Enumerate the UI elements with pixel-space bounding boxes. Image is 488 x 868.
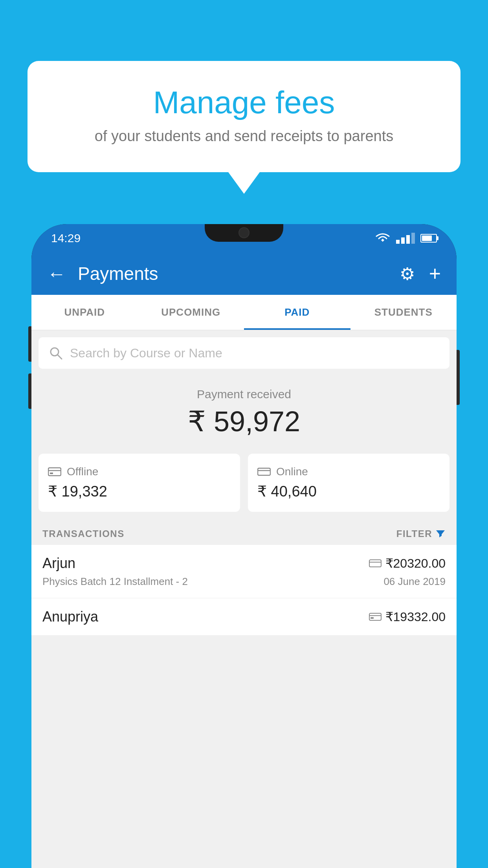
svg-rect-5 bbox=[258, 468, 270, 475]
transaction-detail: Physics Batch 12 Installment - 2 bbox=[42, 576, 188, 588]
transactions-label: TRANSACTIONS bbox=[42, 528, 125, 539]
transaction-name: Arjun bbox=[42, 555, 75, 572]
speech-bubble-subtitle: of your students and send receipts to pa… bbox=[59, 128, 429, 145]
online-label: Online bbox=[276, 465, 308, 478]
tab-upcoming[interactable]: UPCOMING bbox=[138, 295, 244, 330]
svg-rect-11 bbox=[371, 617, 374, 619]
search-placeholder[interactable]: Search by Course or Name bbox=[70, 346, 222, 360]
speech-bubble-container: Manage fees of your students and send re… bbox=[28, 61, 460, 194]
phone-camera bbox=[238, 227, 250, 238]
offline-payment-icon bbox=[48, 466, 61, 478]
battery-icon bbox=[420, 234, 437, 243]
transaction-item[interactable]: Arjun ₹20320.00 Physics Batch 12 Install… bbox=[31, 545, 457, 598]
phone-notch bbox=[205, 224, 283, 242]
svg-rect-4 bbox=[50, 473, 53, 474]
search-bar: Search by Course or Name bbox=[39, 337, 449, 369]
status-icons bbox=[375, 232, 437, 244]
offline-card-header: Offline bbox=[48, 465, 231, 478]
payment-received-label: Payment received bbox=[43, 388, 445, 401]
transaction-amount: ₹19332.00 bbox=[385, 609, 446, 624]
transactions-header: TRANSACTIONS FILTER bbox=[31, 520, 457, 545]
offline-transaction-icon bbox=[369, 612, 382, 622]
tab-students[interactable]: STUDENTS bbox=[350, 295, 457, 330]
speech-bubble: Manage fees of your students and send re… bbox=[28, 61, 460, 172]
payment-received-amount: ₹ 59,972 bbox=[43, 405, 445, 438]
transaction-name: Anupriya bbox=[42, 609, 98, 625]
online-payment-icon bbox=[257, 466, 271, 477]
offline-label: Offline bbox=[67, 465, 98, 478]
online-amount: ₹ 40,640 bbox=[257, 483, 440, 500]
status-time: 14:29 bbox=[51, 232, 81, 245]
settings-icon[interactable]: ⚙ bbox=[400, 264, 415, 284]
search-icon bbox=[49, 346, 63, 360]
online-transaction-icon bbox=[369, 558, 382, 568]
transaction-row-bottom: Physics Batch 12 Installment - 2 06 June… bbox=[42, 576, 446, 588]
svg-rect-7 bbox=[369, 560, 381, 567]
transaction-amount-row: ₹19332.00 bbox=[369, 609, 446, 624]
app-header: ← Payments ⚙ + bbox=[31, 252, 457, 295]
transaction-row-top: Arjun ₹20320.00 bbox=[42, 555, 446, 572]
speech-bubble-title: Manage fees bbox=[59, 85, 429, 121]
online-card: Online ₹ 40,640 bbox=[248, 454, 449, 512]
phone-body: 14:29 bbox=[31, 224, 457, 868]
online-card-header: Online bbox=[257, 465, 440, 478]
offline-card: Offline ₹ 19,332 bbox=[39, 454, 240, 512]
offline-amount: ₹ 19,332 bbox=[48, 483, 231, 500]
speech-bubble-tail bbox=[228, 172, 260, 194]
header-actions: ⚙ + bbox=[400, 262, 441, 285]
payment-cards: Offline ₹ 19,332 Online ₹ 40,640 bbox=[31, 446, 457, 520]
tabs-bar: UNPAID UPCOMING PAID STUDENTS bbox=[31, 295, 457, 330]
transaction-row-top: Anupriya ₹19332.00 bbox=[42, 609, 446, 625]
add-button[interactable]: + bbox=[429, 262, 441, 285]
back-button[interactable]: ← bbox=[47, 263, 66, 285]
header-title: Payments bbox=[78, 263, 400, 284]
transaction-amount-row: ₹20320.00 bbox=[369, 556, 446, 571]
tab-paid[interactable]: PAID bbox=[244, 295, 350, 330]
signal-icon bbox=[396, 233, 415, 244]
payment-received-section: Payment received ₹ 59,972 bbox=[31, 376, 457, 446]
svg-rect-2 bbox=[48, 468, 61, 476]
svg-rect-9 bbox=[369, 613, 381, 620]
tab-unpaid[interactable]: UNPAID bbox=[31, 295, 138, 330]
screen-content: UNPAID UPCOMING PAID STUDENTS Search bbox=[31, 295, 457, 868]
filter-icon bbox=[435, 529, 446, 539]
filter-button[interactable]: FILTER bbox=[396, 528, 446, 539]
transaction-amount: ₹20320.00 bbox=[385, 556, 446, 571]
phone-wrapper: 14:29 bbox=[31, 224, 457, 868]
wifi-icon bbox=[375, 232, 391, 244]
svg-line-1 bbox=[58, 355, 62, 359]
transaction-item[interactable]: Anupriya ₹19332.00 bbox=[31, 598, 457, 636]
transaction-date: 06 June 2019 bbox=[383, 576, 446, 588]
